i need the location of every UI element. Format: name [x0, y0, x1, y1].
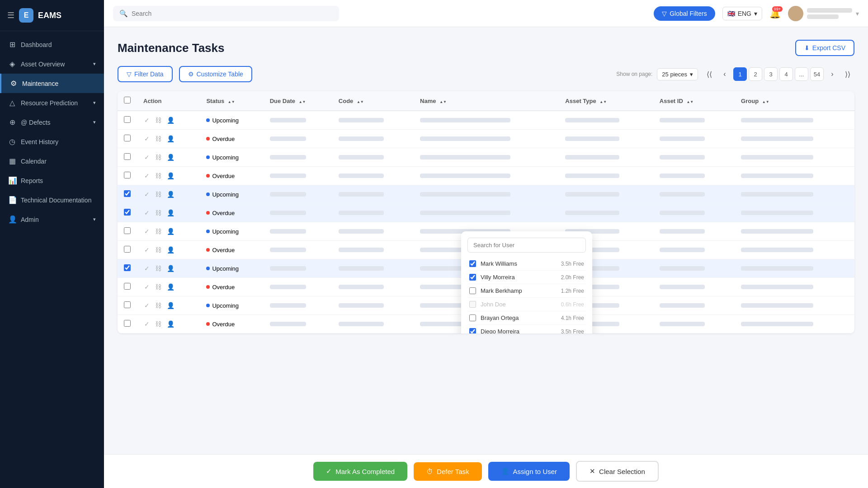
user-list-item[interactable]: Mark Williams 3.5h Free — [467, 257, 586, 271]
check-action-icon[interactable]: ✓ — [143, 245, 151, 254]
code-column-header[interactable]: Code ▲▼ — [332, 91, 414, 111]
person-action-icon[interactable]: 👤 — [166, 116, 175, 125]
sidebar-item-admin[interactable]: 👤 Admin ▾ — [0, 210, 104, 229]
person-action-icon[interactable]: 👤 — [166, 171, 175, 180]
row-checkbox-cell[interactable] — [118, 167, 137, 185]
row-checkbox[interactable] — [124, 246, 131, 253]
person-action-icon[interactable]: 👤 — [166, 245, 175, 254]
row-checkbox-cell[interactable] — [118, 222, 137, 241]
person-action-icon[interactable]: 👤 — [166, 190, 175, 199]
last-page-button[interactable]: ⟩⟩ — [841, 67, 854, 81]
check-action-icon[interactable]: ✓ — [143, 319, 151, 328]
check-action-icon[interactable]: ✓ — [143, 264, 151, 273]
next-page-button[interactable]: › — [826, 67, 839, 81]
user-checkbox[interactable] — [469, 274, 476, 281]
row-checkbox-cell[interactable] — [118, 241, 137, 259]
customize-table-button[interactable]: ⚙ Customize Table — [179, 66, 252, 82]
link-action-icon[interactable]: ⛓ — [154, 264, 162, 273]
row-checkbox[interactable] — [124, 172, 131, 178]
page-button-2[interactable]: 2 — [749, 67, 762, 81]
link-action-icon[interactable]: ⛓ — [154, 301, 162, 310]
mark-completed-button[interactable]: ✓ Mark As Completed — [313, 462, 407, 481]
row-checkbox[interactable] — [124, 264, 131, 271]
due-date-column-header[interactable]: Due Date ▲▼ — [264, 91, 332, 111]
user-checkbox[interactable] — [469, 314, 476, 321]
chevron-down-icon[interactable]: ▾ — [856, 10, 859, 17]
user-list-item[interactable]: Brayan Ortega 4.1h Free — [467, 311, 586, 325]
link-action-icon[interactable]: ⛓ — [154, 208, 162, 217]
row-checkbox-cell[interactable] — [118, 111, 137, 130]
person-action-icon[interactable]: 👤 — [166, 208, 175, 217]
filter-data-button[interactable]: ▽ Filter Data — [118, 66, 173, 82]
sidebar-item-calendar[interactable]: ▦ Calendar — [0, 151, 104, 171]
sidebar-item-event-history[interactable]: ◷ Event History — [0, 132, 104, 151]
row-checkbox[interactable] — [124, 135, 131, 141]
sidebar-item-defects[interactable]: ⊕ @ Defects ▾ — [0, 113, 104, 132]
check-action-icon[interactable]: ✓ — [143, 301, 151, 310]
person-action-icon[interactable]: 👤 — [166, 282, 175, 291]
link-action-icon[interactable]: ⛓ — [154, 153, 162, 162]
global-filters-button[interactable]: ▽ Global Filters — [654, 6, 715, 21]
row-checkbox[interactable] — [124, 153, 131, 160]
check-action-icon[interactable]: ✓ — [143, 134, 151, 143]
assign-user-button[interactable]: 👤 Assign to User — [488, 462, 570, 481]
row-checkbox-cell[interactable] — [118, 185, 137, 204]
person-action-icon[interactable]: 👤 — [166, 227, 175, 236]
row-checkbox[interactable] — [124, 209, 131, 216]
page-button-last[interactable]: 54 — [810, 67, 824, 81]
check-action-icon[interactable]: ✓ — [143, 153, 151, 162]
check-action-icon[interactable]: ✓ — [143, 282, 151, 291]
person-action-icon[interactable]: 👤 — [166, 134, 175, 143]
check-action-icon[interactable]: ✓ — [143, 227, 151, 236]
group-column-header[interactable]: Group ▲▼ — [735, 91, 854, 111]
select-all-header[interactable] — [118, 91, 137, 111]
page-size-selector[interactable]: 25 pieces ▾ — [657, 68, 698, 80]
row-checkbox-cell[interactable] — [118, 204, 137, 222]
search-input[interactable] — [132, 10, 333, 17]
sidebar-item-maintenance[interactable]: ⚙ Maintenance — [0, 74, 104, 93]
row-checkbox[interactable] — [124, 190, 131, 197]
user-search-input[interactable] — [467, 238, 586, 253]
link-action-icon[interactable]: ⛓ — [154, 319, 162, 328]
name-column-header[interactable]: Name ▲▼ — [414, 91, 559, 111]
user-list-item[interactable]: Villy Morreira 2.0h Free — [467, 271, 586, 284]
row-checkbox[interactable] — [124, 283, 131, 290]
link-action-icon[interactable]: ⛓ — [154, 134, 162, 143]
row-checkbox[interactable] — [124, 320, 131, 327]
row-checkbox-cell[interactable] — [118, 315, 137, 333]
first-page-button[interactable]: ⟨⟨ — [703, 67, 716, 81]
row-checkbox-cell[interactable] — [118, 278, 137, 296]
user-list-item[interactable]: Mark Berkhamp 1.2h Free — [467, 284, 586, 298]
user-list-item[interactable]: Diego Morreira 3.5h Free — [467, 325, 586, 333]
asset-id-column-header[interactable]: Asset ID ▲▼ — [653, 91, 735, 111]
user-checkbox[interactable] — [469, 328, 476, 333]
status-column-header[interactable]: Status ▲▼ — [200, 91, 263, 111]
sidebar-item-reports[interactable]: 📊 Reports — [0, 171, 104, 190]
select-all-checkbox[interactable] — [124, 97, 131, 103]
sidebar-item-dashboard[interactable]: ⊞ Dashboard — [0, 35, 104, 54]
defer-task-button[interactable]: ⏱ Defer Task — [414, 462, 481, 481]
person-action-icon[interactable]: 👤 — [166, 319, 175, 328]
sidebar-item-asset-overview[interactable]: ◈ Asset Overview ▾ — [0, 54, 104, 74]
asset-type-column-header[interactable]: Asset Type ▲▼ — [559, 91, 653, 111]
user-checkbox[interactable] — [469, 260, 476, 267]
check-action-icon[interactable]: ✓ — [143, 116, 151, 125]
link-action-icon[interactable]: ⛓ — [154, 190, 162, 199]
search-box[interactable]: 🔍 — [113, 6, 339, 21]
row-checkbox-cell[interactable] — [118, 148, 137, 167]
row-checkbox-cell[interactable] — [118, 296, 137, 315]
link-action-icon[interactable]: ⛓ — [154, 227, 162, 236]
link-action-icon[interactable]: ⛓ — [154, 245, 162, 254]
menu-icon[interactable]: ☰ — [7, 10, 14, 20]
export-csv-button[interactable]: ⬇ Export CSV — [795, 40, 854, 56]
row-checkbox-cell[interactable] — [118, 130, 137, 148]
prev-page-button[interactable]: ‹ — [718, 67, 731, 81]
row-checkbox[interactable] — [124, 301, 131, 308]
page-button-3[interactable]: 3 — [764, 67, 778, 81]
user-checkbox[interactable] — [469, 301, 476, 308]
notifications-button[interactable]: 🔔 99+ — [769, 8, 781, 19]
sidebar-item-resource-prediction[interactable]: △ Resource Prediction ▾ — [0, 93, 104, 113]
check-action-icon[interactable]: ✓ — [143, 190, 151, 199]
person-action-icon[interactable]: 👤 — [166, 264, 175, 273]
sidebar-item-technical-docs[interactable]: 📄 Technical Documentation — [0, 190, 104, 210]
